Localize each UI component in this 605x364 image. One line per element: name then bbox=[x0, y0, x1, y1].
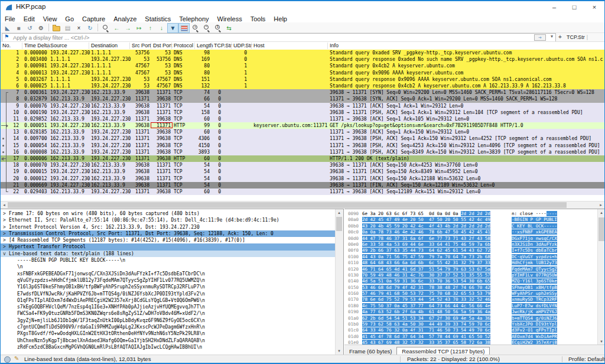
hex-row-0170[interactable]: 017078 6e 6d 75 52 79 53 44 54 52 43 70 … bbox=[344, 297, 598, 303]
bytes-scroll-thumb[interactable] bbox=[599, 217, 604, 241]
detail-tree-row[interactable]: >Ethernet II, Src: PaloAlto_e7:55:14 (00… bbox=[1, 217, 336, 223]
hex-row-0150[interactable]: 015053 46 68 6d 79 4f 42 31 78 38 48 2f … bbox=[344, 285, 598, 291]
detail-text-line[interactable]: c7gntUCQmdTiDdS090V9/rdaGaIi9PHMZugW4pLg… bbox=[1, 324, 336, 330]
detail-text-line[interactable]: zRdFcm5zdCBBaGxcnMgPGVhQGN0LmRlPsLBfAQTA… bbox=[1, 344, 336, 350]
display-filter-input[interactable]: ⚑ Apply a display filter ... <Ctrl-/> ➔ … bbox=[2, 33, 556, 42]
packet-row-22[interactable]: 220.029403162.213.33.9193.24.227.2301137… bbox=[1, 188, 604, 195]
hex-row-00c0[interactable]: 00c00a 0a 78 73 46 4e 42 46 78 6b 47 50 … bbox=[344, 229, 598, 235]
column-header-dst[interactable]: Destination bbox=[91, 43, 118, 48]
add-filter-button[interactable]: + bbox=[558, 34, 562, 40]
detail-text-line[interactable]: E7wdsfDLVfNJwcRk/jKaHPVZY6Jb+mTTQS4g/0iN… bbox=[1, 291, 336, 297]
detail-tree-row[interactable]: >Transmission Control Protocol, Src Port… bbox=[1, 230, 336, 237]
hex-row-00d0[interactable]: 00d044 47 78 46 37 31 6a 6f 6e 77 73 71 … bbox=[344, 236, 598, 242]
restart-capture-icon[interactable]: ↺ bbox=[24, 23, 35, 33]
packet-row-8[interactable]: 80.032879162.213.33.9193.24.227.23011371… bbox=[1, 96, 604, 102]
menu-statistics[interactable]: Statistics bbox=[141, 15, 175, 23]
detail-text-line[interactable]: -----BEGIN PGP PUBLIC KEY BLOCK-----\n bbox=[1, 257, 336, 264]
find-packet-icon[interactable] bbox=[100, 23, 111, 33]
expand-toggle-icon[interactable]: > bbox=[3, 210, 6, 217]
detail-text-line[interactable]: 3gyZjN+mjliLb6J1Ob1qW/1F3taqZnUtkI00pLbB… bbox=[1, 317, 336, 324]
resize-columns-icon[interactable]: ⇆ bbox=[223, 23, 235, 33]
menu-analyze[interactable]: Analyze bbox=[109, 15, 141, 23]
save-file-icon[interactable]: ▤ bbox=[62, 23, 73, 33]
menu-tools[interactable]: Tools bbox=[246, 15, 270, 23]
open-file-icon[interactable] bbox=[51, 23, 62, 33]
detail-text-line[interactable]: O1qFPsTIplAEOxm7d4WxDiAePRECgiH2W2357eXr… bbox=[1, 297, 336, 304]
packet-row-17[interactable]: 170.000006162.213.33.9193.24.227.2301137… bbox=[1, 155, 604, 162]
packet-row-18[interactable]: 180.000070193.24.227.230162.213.33.93963… bbox=[1, 162, 604, 168]
expand-toggle-icon[interactable]: > bbox=[3, 230, 6, 237]
packet-row-6[interactable]: 60.0000251.1.1.1193.24.227.2305347567DNS… bbox=[1, 83, 604, 89]
column-header-delta[interactable]: Time Delta bbox=[24, 43, 50, 48]
hex-row-01c0[interactable]: 01c064 33 46 76 32 0a 4f 31 71 46 50 73 … bbox=[344, 327, 598, 333]
packet-row-9[interactable]: 90.000076193.24.227.230162.213.33.939638… bbox=[1, 103, 604, 109]
hex-row-00b0[interactable]: 00b043 20 4b 45 59 20 42 4c 4f 43 4b 2d … bbox=[344, 223, 598, 229]
packet-row-15[interactable]: 150.000054162.213.33.9193.24.227.2301137… bbox=[1, 142, 604, 149]
reload-icon[interactable]: ↻ bbox=[84, 23, 96, 33]
menu-view[interactable]: View bbox=[39, 15, 61, 23]
hex-row-0100[interactable]: 010044 43 0a 71 56 75 47 59 79 7a 70 64 … bbox=[344, 254, 598, 260]
hscroll-thumb[interactable] bbox=[8, 202, 567, 208]
menu-edit[interactable]: Edit bbox=[19, 15, 39, 23]
scroll-right-icon[interactable]: ▸ bbox=[597, 202, 604, 209]
hex-row-0090[interactable]: 00906e 3a 20 63 6c 6f 73 65 0d 0a 0d 0a … bbox=[344, 211, 598, 217]
column-header-len[interactable]: Length bbox=[197, 43, 213, 48]
detail-text-line[interactable]: UhChxeNzn5yKgpTj8bcaelXnAdaed3Hafg6OQm+G… bbox=[1, 337, 336, 344]
hex-row-0180[interactable]: 01804c 75 50 37 0a 45 37 77 64 73 66 44 … bbox=[344, 303, 598, 309]
detail-text-line[interactable]: qVuGYyzpdzs+hHdhCfjmklUB12y73FqdeMAm7QTy… bbox=[1, 277, 336, 284]
stop-capture-icon[interactable]: ■ bbox=[13, 23, 24, 33]
expand-toggle-icon[interactable]: > bbox=[3, 224, 6, 230]
menu-go[interactable]: Go bbox=[61, 15, 78, 23]
packet-row-16[interactable]: 160.000008162.213.33.9193.24.227.2301137… bbox=[1, 149, 604, 155]
hex-row-0110[interactable]: 011048 64 68 43 66 6a 6d 6b 6c 55 42 31 … bbox=[344, 260, 598, 266]
packet-row-14[interactable]: 140.009700162.213.33.9193.24.227.2301137… bbox=[1, 135, 604, 142]
close-file-icon[interactable]: × bbox=[73, 23, 84, 33]
expand-toggle-icon[interactable]: > bbox=[3, 237, 6, 243]
hex-row-01a0[interactable]: 01a062 2b 6d 54 54 51 53 34 67 2f 30 69 … bbox=[344, 316, 598, 321]
packet-row-10[interactable]: 100.000190193.24.227.230162.213.33.93963… bbox=[1, 109, 604, 116]
hex-row-0140[interactable]: 01404d 5a 51 0a 59 31 36 6c 33 70 36 53 … bbox=[344, 278, 598, 284]
packet-row-1[interactable]: 10.000000193.24.227.2301.1.1.15375653DNS… bbox=[1, 50, 604, 56]
hex-row-0160[interactable]: 016057 46 79 41 68 50 53 72 75 70 68 32 … bbox=[344, 291, 598, 297]
packet-list-hscrollbar[interactable]: ◂ ▸ bbox=[1, 201, 604, 209]
scroll-up-icon[interactable]: ▴ bbox=[336, 209, 343, 216]
capture-comment-icon[interactable]: ✎ bbox=[14, 355, 19, 362]
zoom-in-icon[interactable]: + bbox=[190, 23, 201, 33]
detail-text-line[interactable]: Y16l3p6ST0keSFhmyOB1xBH/tfpBWFyAhPSruph2… bbox=[1, 284, 336, 290]
filter-dropdown-caret[interactable]: ▾ bbox=[551, 34, 553, 39]
scroll-down-icon[interactable]: ▾ bbox=[336, 347, 343, 355]
close-button[interactable]: × bbox=[584, 1, 604, 13]
packet-row-4[interactable]: 40.000013193.24.227.2301.1.1.14756753DNS… bbox=[1, 70, 604, 76]
packet-row-19[interactable]: 190.000015193.24.227.230162.213.33.93963… bbox=[1, 168, 604, 175]
packet-row-7[interactable]: 70.000361193.24.227.230162.213.33.939638… bbox=[1, 89, 604, 96]
go-first-packet-icon[interactable]: ↑ bbox=[145, 23, 156, 33]
packet-row-12[interactable]: 120.000051193.24.227.230162.213.33.93963… bbox=[1, 122, 604, 129]
hex-row-01d0[interactable]: 01d041 45 4f 78 6d 37 64 34 57 78 44 69 … bbox=[344, 334, 598, 340]
column-header-sport[interactable]: Src Port bbox=[132, 43, 151, 48]
hex-row-01b0[interactable]: 01b059 73 62 58 63 4a 50 30 44 49 39 33 … bbox=[344, 321, 598, 327]
column-header-src[interactable]: Source bbox=[50, 43, 67, 48]
menu-help[interactable]: Help bbox=[269, 15, 291, 23]
hex-row-0130[interactable]: 013070 59 49 48 46 31 4c 76 30 37 37 52 … bbox=[344, 272, 598, 278]
detail-tree-row[interactable]: >Hypertext Transfer Protocol bbox=[1, 243, 336, 250]
expand-toggle-icon[interactable]: > bbox=[3, 243, 6, 250]
packet-row-11[interactable]: 110.029852162.213.33.9193.24.227.2301137… bbox=[1, 116, 604, 122]
detail-tree-row[interactable]: >Internet Protocol Version 4, Src: 162.2… bbox=[1, 224, 336, 230]
detail-text-line[interactable]: FWCSa4+FK9y0tuzGNRb5FDmS3KN0ZWqrs6e8sRgZ… bbox=[1, 310, 336, 317]
detail-text-line[interactable]: \n bbox=[1, 264, 336, 270]
hex-row-00e0[interactable]: 00e06e 33 58 4a 53 69 44 6e 33 64 41 75 … bbox=[344, 242, 598, 248]
hex-row-0120[interactable]: 012046 71 64 65 4d 41 6d 37 51 54 79 79 … bbox=[344, 266, 598, 272]
auto-scroll-icon[interactable]: ▼ bbox=[167, 23, 178, 33]
scroll-up-icon[interactable]: ▴ bbox=[598, 209, 605, 216]
packet-row-3[interactable]: 30.000981193.24.227.2301.1.1.14756753DNS… bbox=[1, 63, 604, 69]
menu-telephony[interactable]: Telephony bbox=[175, 15, 213, 23]
zoom-reset-icon[interactable]: 1 bbox=[212, 23, 223, 33]
detail-tree-row[interactable]: >[4 Reassembled TCP Segments (12187 byte… bbox=[1, 237, 336, 243]
detail-text-line[interactable]: xsFNBFxkGPEBEADGxF71jonwsqC/CXn3XJSiDn3d… bbox=[1, 271, 336, 277]
detail-tree-row[interactable]: >Frame 17: 60 bytes on wire (480 bits), … bbox=[1, 210, 336, 217]
maximize-button[interactable]: □ bbox=[564, 1, 584, 13]
zoom-out-icon[interactable]: − bbox=[201, 23, 212, 33]
hex-row-0190[interactable]: 01904a 77 63 52 6b 2f 6a 4b 61 48 50 56 … bbox=[344, 309, 598, 315]
go-to-packet-icon[interactable]: ↦ bbox=[134, 23, 145, 33]
packet-row-13[interactable]: 130.028185162.213.33.9193.24.227.2301137… bbox=[1, 129, 604, 135]
